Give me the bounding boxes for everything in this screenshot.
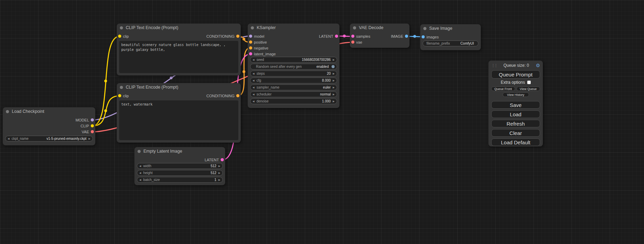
decrement-icon[interactable]: ◀ [253, 58, 254, 61]
node-clip-text-encode-positive[interactable]: CLIP Text Encode (Prompt) clip CONDITION… [117, 24, 241, 75]
increment-icon[interactable]: ▶ [219, 172, 220, 174]
settings-gear-icon[interactable]: ⚙ [536, 63, 540, 68]
collapse-dot-icon[interactable] [6, 110, 9, 113]
input-slot-latent-image[interactable] [249, 52, 252, 55]
widget-label: height [143, 171, 152, 175]
decrement-icon[interactable]: ◀ [8, 137, 9, 140]
widget-cfg[interactable]: ◀ cfg 8.000 ▶ [250, 78, 337, 83]
decrement-icon[interactable]: ◀ [253, 100, 254, 102]
collapse-dot-icon[interactable] [138, 150, 141, 153]
increment-icon[interactable]: ▶ [333, 72, 335, 75]
increment-icon[interactable]: ▶ [89, 137, 90, 140]
queue-prompt-button[interactable]: Queue Prompt [491, 70, 540, 79]
input-slot-model[interactable] [249, 35, 252, 38]
increment-icon[interactable]: ▶ [219, 179, 220, 181]
output-slot-conditioning[interactable] [236, 35, 239, 38]
decrement-icon[interactable]: ◀ [253, 86, 254, 89]
increment-icon[interactable]: ▶ [333, 100, 335, 102]
output-label: CONDITIONING [206, 94, 235, 98]
output-slot-image[interactable] [405, 35, 408, 38]
widget-steps[interactable]: ◀ steps 20 ▶ [250, 71, 337, 76]
input-slot-images[interactable] [422, 35, 425, 38]
collapse-dot-icon[interactable] [353, 26, 356, 29]
control-menu-panel[interactable]: ⋮⋮ Queue size: 0 ⚙ Queue Prompt Extra op… [488, 61, 543, 146]
node-title-bar[interactable]: CLIP Text Encode (Prompt) [117, 83, 241, 91]
input-slot-samples[interactable] [351, 35, 354, 38]
node-title-bar[interactable]: Save Image [420, 24, 481, 33]
node-ksampler[interactable]: KSampler model LATENT positive negative … [248, 24, 339, 108]
node-empty-latent-image[interactable]: Empty Latent Image LATENT ◀ width 512 ▶ … [134, 147, 225, 185]
input-slot-clip[interactable] [118, 35, 121, 38]
widget-width[interactable]: ◀ width 512 ▶ [137, 163, 223, 169]
widget-random-seed-toggle[interactable]: Random seed after every gen enabled [250, 64, 337, 70]
output-slot-clip[interactable] [91, 124, 94, 127]
node-title-bar[interactable]: VAE Decode [350, 24, 409, 32]
node-clip-text-encode-negative[interactable]: CLIP Text Encode (Prompt) clip CONDITION… [117, 83, 241, 143]
node-title: Empty Latent Image [143, 149, 182, 154]
input-slot-negative[interactable] [249, 46, 252, 49]
input-label: vae [356, 40, 362, 44]
load-button[interactable]: Load [491, 110, 540, 118]
refresh-button[interactable]: Refresh [491, 120, 540, 127]
drag-handle-icon[interactable]: ⋮⋮ [491, 63, 497, 68]
widget-value: 8.000 [322, 79, 331, 82]
view-queue-button[interactable]: View Queue [517, 87, 540, 91]
output-slot-latent[interactable] [221, 158, 224, 161]
clear-button[interactable]: Clear [491, 129, 540, 137]
widget-sampler-name[interactable]: ◀ sampler_name euler ▶ [250, 84, 337, 90]
prompt-textarea[interactable]: beautiful scenery nature glass bottle la… [119, 41, 238, 73]
widget-value: euler [323, 85, 330, 89]
collapse-dot-icon[interactable] [423, 27, 426, 30]
output-slot-vae[interactable] [91, 130, 94, 133]
increment-icon[interactable]: ▶ [333, 93, 335, 96]
decrement-icon[interactable]: ◀ [139, 165, 141, 167]
output-slot-latent[interactable] [335, 35, 338, 38]
decrement-icon[interactable]: ◀ [253, 93, 254, 96]
node-load-checkpoint[interactable]: Load Checkpoint MODEL CLIP VAE ◀ ckpt_na… [3, 107, 95, 145]
node-title-bar[interactable]: Empty Latent Image [134, 147, 225, 155]
widget-value: 1 [214, 178, 217, 182]
widget-filename-prefix[interactable]: filename_prefix ComfyUI [423, 40, 478, 46]
queue-front-button[interactable]: Queue Front [491, 87, 515, 91]
collapse-dot-icon[interactable] [120, 26, 123, 29]
increment-icon[interactable]: ▶ [333, 86, 335, 89]
widget-label: Random seed after every gen [256, 65, 302, 69]
view-history-button[interactable]: View History [503, 92, 529, 97]
output-slot-model[interactable] [91, 118, 94, 121]
decrement-icon[interactable]: ◀ [253, 72, 254, 75]
widget-batch-size[interactable]: ◀ batch_size 1 ▶ [137, 177, 223, 183]
widget-value: 1.000 [322, 99, 331, 103]
node-title-bar[interactable]: KSampler [248, 24, 339, 32]
widget-label: width [143, 164, 151, 168]
widget-seed[interactable]: ◀ seed 156680208700286 ▶ [250, 57, 337, 63]
output-slot-conditioning[interactable] [236, 94, 239, 97]
input-label: images [426, 35, 439, 39]
node-vae-decode[interactable]: VAE Decode samples IMAGE vae [350, 24, 409, 48]
increment-icon[interactable]: ▶ [333, 79, 335, 82]
input-slot-clip[interactable] [118, 94, 121, 97]
output-label: CONDITIONING [206, 34, 235, 38]
toggle-knob[interactable] [332, 65, 335, 68]
widget-ckpt-name[interactable]: ◀ ckpt_name v1-5-pruned-emaonly.ckpt ▶ [5, 136, 93, 142]
collapse-dot-icon[interactable] [251, 26, 254, 29]
decrement-icon[interactable]: ◀ [139, 172, 141, 174]
load-default-button[interactable]: Load Default [491, 138, 540, 146]
save-button[interactable]: Save [491, 101, 540, 109]
prompt-textarea[interactable]: text, watermark [119, 100, 238, 140]
queue-size-label: Queue size: 0 [497, 63, 536, 68]
widget-scheduler[interactable]: ◀ scheduler normal ▶ [250, 91, 337, 97]
decrement-icon[interactable]: ◀ [253, 79, 254, 82]
node-save-image[interactable]: Save Image images filename_prefix ComfyU… [420, 24, 481, 50]
node-title-bar[interactable]: Load Checkpoint [3, 107, 95, 116]
extra-options-checkbox[interactable] [527, 81, 531, 84]
widget-height[interactable]: ◀ height 512 ▶ [137, 170, 223, 176]
widget-denoise[interactable]: ◀ denoise 1.000 ▶ [250, 98, 337, 104]
increment-icon[interactable]: ▶ [219, 165, 220, 167]
decrement-icon[interactable]: ◀ [139, 179, 141, 181]
input-label: model [254, 34, 264, 38]
input-slot-vae[interactable] [351, 40, 354, 44]
input-slot-positive[interactable] [249, 40, 252, 44]
collapse-dot-icon[interactable] [120, 86, 123, 89]
increment-icon[interactable]: ▶ [333, 58, 335, 61]
node-title-bar[interactable]: CLIP Text Encode (Prompt) [117, 24, 241, 32]
